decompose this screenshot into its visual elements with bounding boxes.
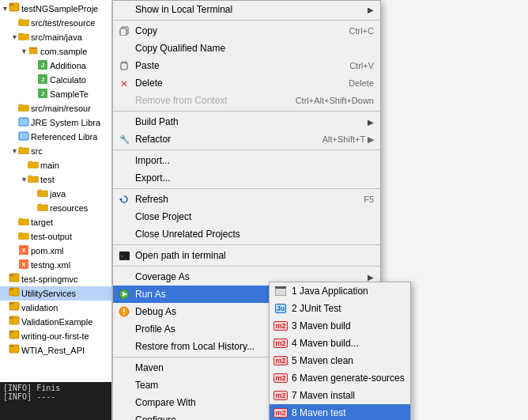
tree-icon-com-sample [28, 45, 39, 58]
menu-item-paste[interactable]: PasteCtrl+V [113, 57, 380, 74]
svg-rect-41 [123, 313, 125, 315]
menu-item-close-unrelated[interactable]: Close Unrelated Projects [113, 225, 380, 243]
tree-item-resources[interactable]: resources [0, 201, 111, 215]
svg-rect-17 [9, 274, 13, 276]
menu-label-close-unrelated: Close Unrelated Projects [135, 229, 240, 240]
tree-icon-test-springmvc [9, 273, 20, 286]
menu-item-copy-qualified[interactable]: Copy Qualified Name [113, 40, 380, 57]
menu-shortcut-refresh: F5 [348, 195, 374, 204]
tree-item-main[interactable]: main [0, 158, 111, 172]
tree-label-src-main-res: src/main/resour [31, 104, 91, 113]
submenu-item-maven-install[interactable]: m27 Maven install [270, 387, 410, 404]
tree-item-test-output[interactable]: test-output [0, 229, 111, 244]
tree-item-utility[interactable]: UtilityServices [0, 286, 111, 301]
tree-icon-java [37, 188, 48, 199]
tree-label-test-java: src/test/resource [31, 18, 95, 28]
menu-arrow-show-terminal: ▶ [368, 6, 374, 14]
menu-label-coverage-as: Coverage As [135, 271, 190, 282]
tree-label-main: main [40, 161, 59, 170]
tree-item-pom[interactable]: Xpom.xml [0, 244, 111, 258]
svg-text:X: X [22, 248, 26, 253]
submenu-label-java-app: 1 Java Application [292, 286, 368, 297]
submenu-icon-java-app [273, 285, 289, 297]
tree-item-java[interactable]: java [0, 187, 111, 201]
menu-separator [113, 244, 380, 245]
svg-text:J: J [41, 76, 44, 83]
submenu-item-java-app[interactable]: 1 Java Application [270, 282, 410, 300]
menu-shortcut-delete: Delete [333, 78, 374, 88]
menu-item-export[interactable]: Export... [113, 169, 380, 187]
svg-rect-31 [122, 62, 126, 63]
tree-item-validation[interactable]: validation [0, 301, 111, 315]
menu-item-open-terminal[interactable]: >_Open path in terminal [113, 247, 380, 264]
menu-item-import[interactable]: Import... [113, 152, 380, 169]
tree-item-com-sample[interactable]: ▼com.sample [0, 44, 111, 59]
menu-item-copy[interactable]: CopyCtrl+C [113, 22, 380, 40]
svg-marker-34 [119, 198, 123, 200]
submenu-item-maven-build2[interactable]: m24 Maven build... [270, 335, 410, 352]
submenu-item-maven-test[interactable]: m28 Maven test [270, 404, 410, 420]
submenu-item-junit[interactable]: Ju2 JUnit Test [270, 300, 410, 317]
tree-item-testng-root[interactable]: ▼testNGSampleProje [0, 2, 111, 16]
tree-item-referenced[interactable]: Referenced Libra [0, 130, 111, 144]
submenu-icon-maven-build: m2 [273, 320, 289, 332]
menu-separator [113, 149, 380, 150]
console-line-2: [INFO] ---- [3, 392, 108, 401]
menu-icon-remove-context [118, 94, 130, 107]
menu-label-restore-history: Restore from Local History... [135, 341, 255, 352]
tree-item-wtia[interactable]: WTIA_Rest_API [0, 343, 111, 358]
tree-item-test-springmvc[interactable]: test-springmvc [0, 272, 111, 286]
tree-item-testng[interactable]: Xtestng.xml [0, 258, 111, 272]
tree-icon-testng-root [9, 2, 20, 15]
menu-icon-configure [118, 414, 130, 420]
tree-item-additional[interactable]: JAdditiona [0, 59, 111, 73]
menu-label-close-project: Close Project [135, 211, 191, 222]
submenu-icon-junit: Ju [273, 302, 289, 315]
tree-item-test[interactable]: ▼test [0, 172, 111, 187]
menu-item-close-project[interactable]: Close Project [113, 208, 380, 225]
tree-icon-test-output [18, 231, 29, 242]
tree-icon-resources [37, 202, 48, 214]
menu-label-compare-with: Compare With [135, 397, 196, 408]
tree-item-writing[interactable]: writing-our-first-te [0, 329, 111, 343]
menu-icon-refactor: 🔧 [118, 133, 130, 146]
tree-item-test-java[interactable]: src/test/resource [0, 16, 111, 30]
submenu-item-maven-generate[interactable]: m26 Maven generate-sources [270, 369, 410, 387]
tree-label-pom: pom.xml [31, 246, 64, 255]
menu-label-export: Export... [135, 172, 171, 184]
submenu-item-maven-clean[interactable]: m25 Maven clean [270, 352, 410, 369]
tree-item-src-main-java[interactable]: ▼src/main/java [0, 30, 111, 44]
tree-label-samplete: SampleTe [50, 89, 89, 99]
menu-item-refactor[interactable]: 🔧RefactorAlt+Shift+T ▶ [113, 131, 380, 148]
menu-item-delete[interactable]: ✕DeleteDelete [113, 74, 380, 92]
submenu-icon-maven-test: m2 [273, 407, 289, 419]
svg-rect-11 [19, 132, 28, 140]
menu-icon-coverage-as [118, 271, 130, 283]
submenu-label-junit: 2 JUnit Test [292, 303, 341, 314]
menu-icon-copy-qualified [118, 42, 130, 55]
tree-item-target[interactable]: target [0, 215, 111, 229]
svg-rect-30 [121, 62, 127, 70]
submenu-item-maven-build[interactable]: m23 Maven build [270, 317, 410, 335]
menu-icon-build-path [118, 115, 130, 128]
menu-item-refresh[interactable]: RefreshF5 [113, 191, 380, 208]
tree-label-wtia: WTIA_Rest_API [21, 346, 85, 355]
menu-item-build-path[interactable]: Build Path▶ [113, 113, 380, 131]
tree-item-src[interactable]: ▼src [0, 144, 111, 158]
menu-item-show-terminal[interactable]: Show in Local Terminal▶ [113, 1, 380, 18]
menu-label-refresh: Refresh [135, 194, 168, 205]
tree-label-testng-root: testNGSampleProje [21, 4, 98, 13]
menu-label-paste: Paste [135, 60, 160, 71]
menu-separator [113, 188, 380, 189]
tree-item-src-main-res[interactable]: src/main/resour [0, 101, 111, 115]
menu-label-team: Team [135, 380, 158, 391]
menu-icon-import [118, 154, 130, 167]
tree-item-jre[interactable]: JRE System Libra [0, 115, 111, 130]
tree-item-samplete[interactable]: JSampleTe [0, 87, 111, 101]
menu-shortcut-remove-context: Ctrl+Alt+Shift+Down [280, 96, 374, 105]
tree-label-src: src [31, 146, 43, 156]
tree-item-calculator[interactable]: JCalculato [0, 73, 111, 87]
svg-rect-3 [31, 47, 36, 49]
tree-item-validation-example[interactable]: ValidationExample [0, 315, 111, 329]
menu-item-remove-context: Remove from ContextCtrl+Alt+Shift+Down [113, 92, 380, 109]
